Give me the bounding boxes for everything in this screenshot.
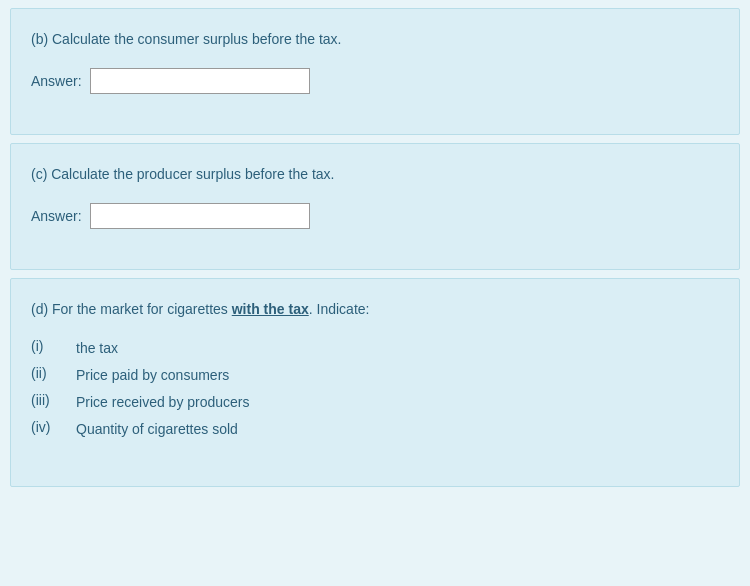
section-c-question-text: (c) Calculate the producer surplus befor… — [31, 166, 335, 182]
list-marker-i: (i) — [31, 338, 66, 354]
section-c-answer-label: Answer: — [31, 208, 82, 224]
list-item: (iii) Price received by producers — [31, 392, 719, 413]
section-c-answer-input[interactable] — [90, 203, 310, 229]
list-text-i: the tax — [76, 338, 118, 359]
list-marker-ii: (ii) — [31, 365, 66, 381]
section-c-question: (c) Calculate the producer surplus befor… — [31, 164, 719, 185]
section-b-question-text: (b) Calculate the consumer surplus befor… — [31, 31, 342, 47]
list-item: (ii) Price paid by consumers — [31, 365, 719, 386]
section-d-question-end: . Indicate: — [309, 301, 370, 317]
list-item: (iv) Quantity of cigarettes sold — [31, 419, 719, 440]
list-text-iv: Quantity of cigarettes sold — [76, 419, 238, 440]
list-marker-iv: (iv) — [31, 419, 66, 435]
section-d: (d) For the market for cigarettes with t… — [10, 278, 740, 487]
section-b-answer-input[interactable] — [90, 68, 310, 94]
section-d-question-bold: with the tax — [232, 301, 309, 317]
section-d-question: (d) For the market for cigarettes with t… — [31, 299, 719, 320]
section-d-question-intro: (d) For the market for cigarettes — [31, 301, 232, 317]
section-b: (b) Calculate the consumer surplus befor… — [10, 8, 740, 135]
list-marker-iii: (iii) — [31, 392, 66, 408]
section-c: (c) Calculate the producer surplus befor… — [10, 143, 740, 270]
section-b-question: (b) Calculate the consumer surplus befor… — [31, 29, 719, 50]
list-text-ii: Price paid by consumers — [76, 365, 229, 386]
section-b-answer-row: Answer: — [31, 68, 719, 94]
list-item: (i) the tax — [31, 338, 719, 359]
list-text-iii: Price received by producers — [76, 392, 250, 413]
section-c-answer-row: Answer: — [31, 203, 719, 229]
section-b-answer-label: Answer: — [31, 73, 82, 89]
section-d-list: (i) the tax (ii) Price paid by consumers… — [31, 338, 719, 440]
